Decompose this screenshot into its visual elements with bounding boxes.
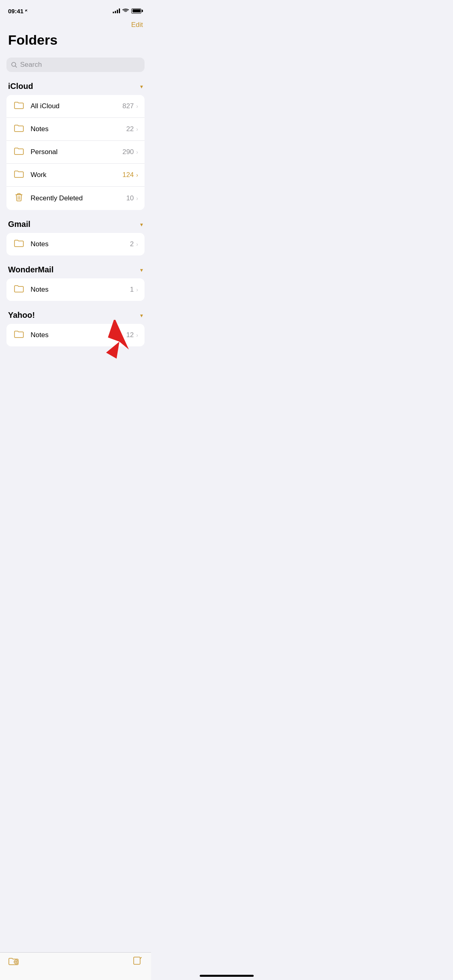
icloud-folder-list: All iCloud 827 › Notes 22 › Personal 290…: [6, 95, 145, 210]
folder-item-work[interactable]: Work 124 ›: [6, 164, 145, 187]
folder-item-personal[interactable]: Personal 290 ›: [6, 141, 145, 164]
signal-icon: [113, 8, 120, 13]
chevron-right-icon: ›: [136, 103, 138, 109]
gmail-folder-list: Notes 2 ›: [6, 233, 145, 255]
wondermail-chevron-down-icon[interactable]: ▾: [140, 267, 143, 273]
section-gmail-title: Gmail: [8, 220, 31, 229]
chevron-right-icon: ›: [136, 126, 138, 132]
chevron-right-icon: ›: [136, 195, 138, 202]
folder-name: Notes: [31, 331, 126, 339]
yahoo-chevron-down-icon[interactable]: ▾: [140, 312, 143, 319]
section-icloud: iCloud ▾ All iCloud 827 › Notes 22 ›: [0, 82, 151, 210]
status-icons: [113, 8, 143, 14]
folder-count: 22: [126, 125, 134, 133]
folder-icon: [13, 239, 25, 250]
battery-icon: [131, 8, 143, 14]
folder-icon: [13, 124, 25, 135]
section-gmail-header[interactable]: Gmail ▾: [0, 220, 151, 233]
search-placeholder: Search: [20, 61, 42, 69]
page-title: Folders: [8, 32, 143, 48]
section-wondermail: WonderMail ▾ Notes 1 ›: [0, 265, 151, 301]
folder-count: 124: [122, 171, 134, 179]
folder-name: All iCloud: [31, 102, 122, 110]
chevron-right-icon: ›: [136, 172, 138, 178]
chevron-right-icon: ›: [136, 149, 138, 155]
search-bar[interactable]: Search: [6, 58, 145, 72]
folder-item-wondermail-notes[interactable]: Notes 1 ›: [6, 278, 145, 301]
section-icloud-header[interactable]: iCloud ▾: [0, 82, 151, 95]
edit-button[interactable]: Edit: [131, 21, 143, 29]
folder-name: Personal: [31, 148, 122, 156]
folder-count: 12: [126, 331, 134, 339]
folder-name: Work: [31, 171, 122, 179]
main-content: iCloud ▾ All iCloud 827 › Notes 22 ›: [0, 82, 151, 392]
folder-item-recently-deleted[interactable]: Recently Deleted 10 ›: [6, 187, 145, 210]
folder-icon: [13, 146, 25, 158]
folder-icon: [13, 284, 25, 295]
status-bar: 09:41: [0, 0, 151, 18]
gmail-chevron-down-icon[interactable]: ▾: [140, 221, 143, 228]
chevron-right-icon: ›: [136, 241, 138, 247]
section-yahoo: Yahoo! ▾ Notes 12 ›: [0, 311, 151, 346]
section-wondermail-title: WonderMail: [8, 265, 54, 274]
section-yahoo-header[interactable]: Yahoo! ▾: [0, 311, 151, 324]
wondermail-folder-list: Notes 1 ›: [6, 278, 145, 301]
folder-count: 290: [122, 148, 134, 156]
folder-name: Notes: [31, 125, 126, 133]
folder-item-icloud-notes[interactable]: Notes 22 ›: [6, 118, 145, 141]
icloud-chevron-down-icon[interactable]: ▾: [140, 83, 143, 90]
section-wondermail-header[interactable]: WonderMail ▾: [0, 265, 151, 278]
folder-count: 1: [130, 286, 134, 294]
folder-item-gmail-notes[interactable]: Notes 2 ›: [6, 233, 145, 255]
search-icon: [11, 62, 17, 68]
chevron-right-icon: ›: [136, 332, 138, 338]
edit-button-area[interactable]: Edit: [8, 18, 143, 31]
folder-icon: [13, 169, 25, 181]
trash-icon: [13, 192, 25, 204]
section-gmail: Gmail ▾ Notes 2 ›: [0, 220, 151, 255]
header: Edit Folders: [0, 18, 151, 58]
wifi-icon: [122, 8, 129, 13]
svg-line-1: [15, 66, 17, 68]
status-time: 09:41: [8, 8, 29, 14]
folder-count: 2: [130, 240, 134, 248]
folder-item-yahoo-notes[interactable]: Notes 12 ›: [6, 324, 145, 346]
chevron-right-icon: ›: [136, 286, 138, 293]
folder-icon: [13, 329, 25, 341]
folder-icon: [13, 101, 25, 112]
folder-name: Notes: [31, 286, 130, 294]
folder-count: 827: [122, 102, 134, 110]
folder-item-all-icloud[interactable]: All iCloud 827 ›: [6, 95, 145, 118]
yahoo-folder-list: Notes 12 ›: [6, 324, 145, 346]
section-icloud-title: iCloud: [8, 82, 33, 91]
section-yahoo-title: Yahoo!: [8, 311, 35, 320]
folder-count: 10: [126, 194, 134, 202]
location-icon: [25, 9, 29, 13]
folder-name: Notes: [31, 240, 130, 248]
folder-name: Recently Deleted: [31, 194, 126, 202]
